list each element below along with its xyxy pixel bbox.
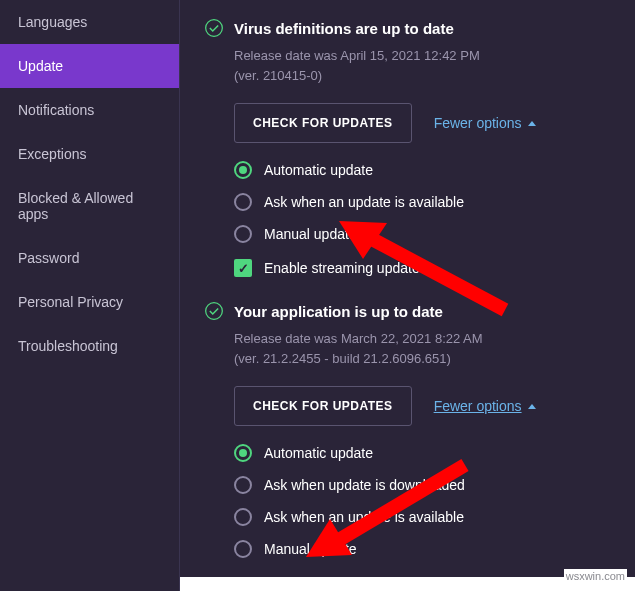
virus-section-title: Virus definitions are up to date: [234, 20, 454, 37]
sidebar-item-exceptions[interactable]: Exceptions: [0, 132, 179, 176]
fewer-options-virus-label: Fewer options: [434, 115, 522, 131]
app-release-date: Release date was March 22, 2021 8:22 AM: [234, 329, 611, 349]
fewer-options-virus-toggle[interactable]: Fewer options: [434, 115, 536, 131]
watermark: wsxwin.com: [564, 569, 627, 583]
virus-update-mode-group: Automatic update Ask when an update is a…: [234, 161, 611, 243]
radio-label: Automatic update: [264, 162, 373, 178]
sidebar-item-password[interactable]: Password: [0, 236, 179, 280]
radio-manual-update-virus[interactable]: Manual update: [234, 225, 611, 243]
radio-ask-available-app[interactable]: Ask when an update is available: [234, 508, 611, 526]
virus-version: (ver. 210415-0): [234, 66, 611, 86]
sidebar-item-personal-privacy[interactable]: Personal Privacy: [0, 280, 179, 324]
chevron-up-icon: [528, 121, 536, 126]
sidebar-item-blocked-allowed-apps[interactable]: Blocked & Allowed apps: [0, 176, 179, 236]
radio-label: Ask when an update is available: [264, 194, 464, 210]
radio-automatic-update-app[interactable]: Automatic update: [234, 444, 611, 462]
radio-icon: [234, 225, 252, 243]
sidebar-item-notifications[interactable]: Notifications: [0, 88, 179, 132]
radio-label: Ask when update is downloaded: [264, 477, 465, 493]
svg-point-1: [206, 303, 223, 320]
sidebar-item-languages[interactable]: Languages: [0, 0, 179, 44]
svg-point-0: [206, 20, 223, 37]
radio-label: Ask when an update is available: [264, 509, 464, 525]
checkbox-icon: ✓: [234, 259, 252, 277]
checkbox-label: Enable streaming update: [264, 260, 420, 276]
radio-automatic-update-virus[interactable]: Automatic update: [234, 161, 611, 179]
radio-ask-available-virus[interactable]: Ask when an update is available: [234, 193, 611, 211]
fewer-options-app-label: Fewer options: [434, 398, 522, 414]
radio-label: Manual update: [264, 226, 357, 242]
app-section-header: Your application is up to date: [204, 301, 611, 321]
virus-release-date: Release date was April 15, 2021 12:42 PM: [234, 46, 611, 66]
main-content: Virus definitions are up to date Release…: [180, 0, 635, 591]
virus-section-header: Virus definitions are up to date: [204, 18, 611, 38]
check-updates-virus-button[interactable]: CHECK FOR UPDATES: [234, 103, 412, 143]
radio-manual-update-app[interactable]: Manual update: [234, 540, 611, 558]
settings-sidebar: Languages Update Notifications Exception…: [0, 0, 180, 591]
radio-icon: [234, 444, 252, 462]
check-circle-icon: [204, 301, 224, 321]
sidebar-item-troubleshooting[interactable]: Troubleshooting: [0, 324, 179, 368]
radio-label: Automatic update: [264, 445, 373, 461]
fewer-options-app-toggle[interactable]: Fewer options: [434, 398, 536, 414]
radio-ask-downloaded-app[interactable]: Ask when update is downloaded: [234, 476, 611, 494]
radio-icon: [234, 540, 252, 558]
radio-icon: [234, 161, 252, 179]
app-section-title: Your application is up to date: [234, 303, 443, 320]
radio-icon: [234, 476, 252, 494]
app-version: (ver. 21.2.2455 - build 21.2.6096.651): [234, 349, 611, 369]
sidebar-item-update[interactable]: Update: [0, 44, 179, 88]
radio-icon: [234, 508, 252, 526]
app-update-mode-group: Automatic update Ask when update is down…: [234, 444, 611, 558]
checkbox-enable-streaming-update[interactable]: ✓ Enable streaming update: [234, 259, 611, 277]
check-updates-app-button[interactable]: CHECK FOR UPDATES: [234, 386, 412, 426]
chevron-up-icon: [528, 404, 536, 409]
radio-label: Manual update: [264, 541, 357, 557]
check-circle-icon: [204, 18, 224, 38]
radio-icon: [234, 193, 252, 211]
